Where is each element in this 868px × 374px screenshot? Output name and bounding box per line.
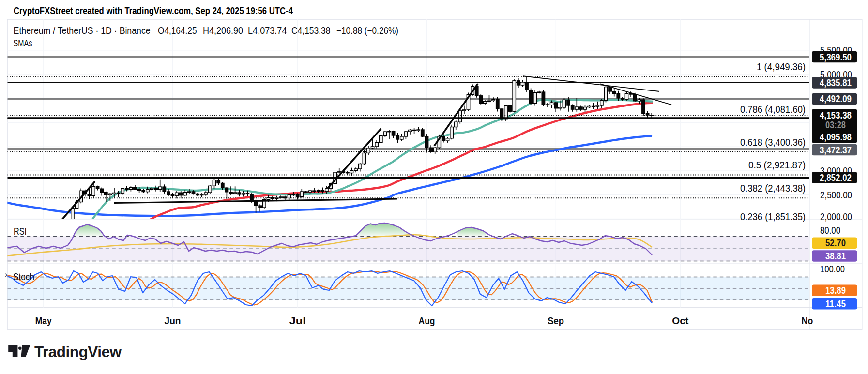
svg-text:4,153.38: 4,153.38 <box>820 110 852 120</box>
svg-text:4,095.98: 4,095.98 <box>820 132 852 142</box>
svg-text:2,500.00: 2,500.00 <box>820 190 852 200</box>
svg-text:Jun: Jun <box>165 315 181 326</box>
svg-text:5,369.50: 5,369.50 <box>820 52 852 62</box>
svg-text:1 (4,949.36): 1 (4,949.36) <box>757 61 806 72</box>
svg-text:0.236 (1,851.35): 0.236 (1,851.35) <box>740 211 806 222</box>
svg-text:H4,206.90: H4,206.90 <box>203 25 243 36</box>
svg-text:RSI: RSI <box>14 226 27 237</box>
svg-text:100.00: 100.00 <box>820 264 845 274</box>
svg-text:Ethereum / TetherUS · 1D · Bin: Ethereum / TetherUS · 1D · Binance <box>14 25 151 36</box>
svg-text:May: May <box>35 315 52 326</box>
svg-text:2,000.00: 2,000.00 <box>820 211 852 222</box>
svg-text:38.81: 38.81 <box>825 251 846 261</box>
svg-text:0.382 (2,443.38): 0.382 (2,443.38) <box>740 183 806 194</box>
svg-text:4,835.81: 4,835.81 <box>820 77 852 88</box>
svg-text:80.00: 80.00 <box>820 225 840 236</box>
svg-text:›: › <box>5 270 7 279</box>
svg-text:0.786 (4,081.60): 0.786 (4,081.60) <box>740 104 806 115</box>
svg-text:Stoch: Stoch <box>13 271 34 282</box>
svg-text:Sep: Sep <box>548 315 564 326</box>
svg-text:−10.88 (−0.26%): −10.88 (−0.26%) <box>336 25 398 36</box>
svg-text:13.89: 13.89 <box>825 285 846 296</box>
svg-text:O4,164.25: O4,164.25 <box>158 25 197 36</box>
svg-text:0.5 (2,921.87): 0.5 (2,921.87) <box>748 160 806 170</box>
svg-text:52.70: 52.70 <box>825 238 846 248</box>
svg-text:Oct: Oct <box>672 315 689 326</box>
svg-text:CryptoFXStreet created with Tr: CryptoFXStreet created with TradingView.… <box>14 5 293 16</box>
svg-text:03:28: 03:28 <box>825 120 846 130</box>
svg-text:Aug: Aug <box>419 315 435 326</box>
svg-text:C4,153.38: C4,153.38 <box>291 25 331 36</box>
svg-text:0.618 (3,400.36): 0.618 (3,400.36) <box>740 137 806 148</box>
svg-text:Jul: Jul <box>289 315 306 326</box>
svg-text:3,472.37: 3,472.37 <box>820 145 852 155</box>
svg-text:TradingView: TradingView <box>34 343 122 360</box>
svg-text:2,852.02: 2,852.02 <box>820 172 852 183</box>
svg-text:4,492.09: 4,492.09 <box>820 93 852 104</box>
svg-text:11.45: 11.45 <box>825 299 846 309</box>
svg-text:L4,073.74: L4,073.74 <box>248 25 287 36</box>
svg-text:SMAs: SMAs <box>14 38 32 48</box>
